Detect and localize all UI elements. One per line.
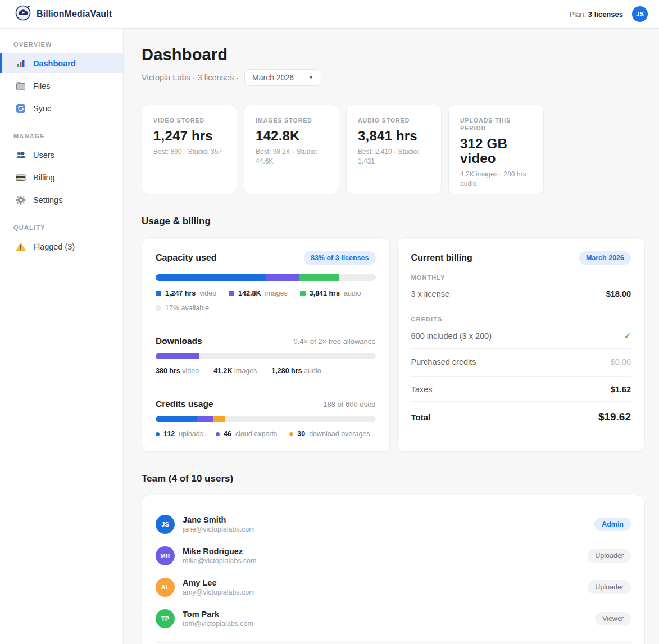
audio-swatch — [300, 291, 306, 296]
images-swatch — [229, 291, 234, 296]
check-icon: ✓ — [624, 331, 631, 341]
usage-billing-heading: Usage & billing — [142, 216, 645, 227]
gear-icon — [15, 194, 26, 205]
legend-available: 17% available — [156, 304, 209, 312]
monthly-label: MONTHLY — [411, 274, 631, 281]
page-title: Dashboard — [142, 46, 645, 64]
legend-overages: 30download overages — [289, 430, 370, 438]
plan-value: 3 licenses — [588, 10, 623, 19]
chevron-down-icon: ▼ — [308, 75, 313, 80]
stat-detail: Best: 98.2K · Studio: 44.6K — [256, 147, 328, 166]
video-swatch — [156, 291, 161, 296]
capacity-title: Capacity used — [156, 253, 216, 263]
credits-bar-exports — [197, 416, 213, 422]
member-name: Jane Smith — [183, 515, 594, 524]
team-heading: Team (4 of 10 users) — [142, 473, 645, 484]
member-name: Tom Park — [183, 610, 595, 619]
stat-value: 3,841 hrs — [358, 129, 430, 143]
legend-images: 142.8Kimages — [229, 289, 288, 297]
legend-audio: 3,841 hrsaudio — [300, 289, 361, 297]
sidebar-item-sync[interactable]: Sync — [0, 98, 123, 118]
team-row-tom[interactable]: TP Tom Park tom@victopialabs.com Viewer — [156, 603, 631, 634]
brand[interactable]: BillionMediaVault — [15, 4, 112, 24]
brand-name: BillionMediaVault — [37, 9, 112, 19]
sidebar-section-manage: MANAGE — [0, 133, 123, 139]
overages-dot — [289, 432, 293, 436]
sidebar-item-label: Sync — [33, 104, 51, 113]
sidebar-item-users[interactable]: Users — [0, 145, 123, 165]
users-icon — [15, 149, 26, 160]
sync-icon — [15, 103, 26, 114]
credits-bar-uploads — [156, 416, 197, 422]
exports-dot — [216, 432, 220, 436]
team-row-amy[interactable]: AL Amy Lee amy@victopialabs.com Uploader — [156, 572, 631, 603]
capacity-bar — [156, 274, 376, 281]
avatar: MR — [156, 546, 175, 565]
billing-title: Current billing — [411, 253, 472, 263]
member-email: tom@victopialabs.com — [183, 620, 595, 628]
warning-icon — [15, 241, 26, 252]
included-credits-row: 600 included (3 x 200) ✓ — [411, 323, 631, 348]
credits-note: 188 of 600 used — [323, 400, 375, 409]
member-email: mike@victopialabs.com — [183, 557, 588, 565]
stat-card-video: VIDEO STORED 1,247 hrs Best: 890 · Studi… — [142, 105, 237, 194]
capacity-bar-video — [156, 274, 266, 281]
team-row-mike[interactable]: MR Mike Rodriguez mike@victopialabs.com … — [156, 540, 631, 572]
sidebar-item-label: Dashboard — [33, 59, 76, 68]
plan-text: Plan: 3 licenses — [570, 10, 623, 19]
stat-label: VIDEO STORED — [153, 116, 225, 124]
available-swatch — [156, 305, 161, 311]
sidebar-item-billing[interactable]: Billing — [0, 167, 123, 187]
downloads-note: 0.4× of 2× free allowance — [294, 337, 376, 346]
capacity-bar-images — [266, 274, 299, 281]
legend-video: 1,247 hrsvideo — [156, 289, 216, 297]
capacity-card: Capacity used 83% of 3 licenses 1,247 hr… — [142, 237, 390, 452]
cloud-play-logo-icon — [15, 4, 31, 24]
stat-label: AUDIO STORED — [358, 116, 430, 124]
team-card: JS Jane Smith jane@victopialabs.com Admi… — [142, 495, 645, 644]
sidebar-section-overview: OVERVIEW — [0, 41, 123, 48]
stat-value: 142.8K — [256, 129, 328, 143]
stat-value: 1,247 hrs — [153, 129, 225, 143]
sidebar-item-label: Flagged (3) — [33, 242, 75, 251]
sidebar-item-label: Settings — [33, 196, 62, 205]
user-avatar[interactable]: JS — [632, 6, 648, 22]
downloads-bar-fill — [156, 353, 199, 359]
stat-card-images: IMAGES STORED 142.8K Best: 98.2K · Studi… — [244, 105, 339, 194]
sidebar-item-flagged[interactable]: Flagged (3) — [0, 237, 123, 256]
credit-card-icon — [15, 172, 26, 183]
role-badge: Uploader — [588, 580, 631, 594]
role-badge: Admin — [594, 518, 631, 531]
avatar: JS — [156, 515, 175, 534]
downloads-bar — [156, 353, 376, 359]
stat-cards: VIDEO STORED 1,247 hrs Best: 890 · Studi… — [142, 105, 645, 194]
billing-card: Current billing March 2026 MONTHLY 3 x l… — [397, 237, 646, 452]
sidebar-item-dashboard[interactable]: Dashboard — [0, 53, 123, 73]
uploads-dot — [156, 432, 160, 436]
credits-bar-overages — [213, 416, 225, 422]
stat-label: IMAGES STORED — [256, 116, 328, 124]
sidebar-item-settings[interactable]: Settings — [0, 190, 123, 210]
stat-label: UPLOADS THIS PERIOD — [460, 116, 522, 132]
total-row: Total $19.62 — [411, 402, 631, 427]
license-row: 3 x license $18.00 — [411, 281, 631, 306]
team-row-jane[interactable]: JS Jane Smith jane@victopialabs.com Admi… — [156, 509, 631, 540]
taxes-row: Taxes $1.62 — [411, 377, 631, 401]
sidebar-section-quality: QUALITY — [0, 224, 123, 231]
avatar: TP — [156, 609, 175, 628]
sidebar-item-label: Files — [33, 81, 51, 90]
sidebar-item-files[interactable]: Files — [0, 76, 123, 96]
capacity-badge: 83% of 3 licenses — [304, 251, 376, 265]
purchased-credits-row: Purchased credits $0.00 — [411, 349, 631, 374]
stat-detail: Best: 890 · Studio: 357 — [153, 147, 225, 157]
role-badge: Uploader — [588, 549, 631, 563]
role-badge: Viewer — [595, 612, 631, 625]
period-dropdown[interactable]: March 2026 ▼ — [244, 69, 321, 86]
sidebar-item-label: Billing — [33, 173, 55, 182]
legend-uploads: 112uploads — [156, 430, 203, 438]
sidebar-item-label: Users — [33, 151, 54, 160]
billing-period-badge: March 2026 — [579, 251, 631, 265]
member-email: amy@victopialabs.com — [183, 588, 588, 596]
downloads-legend: 380 hrs video 41.2K images 1,280 hrs aud… — [156, 367, 376, 375]
legend-cloud-exports: 46cloud exports — [216, 430, 277, 438]
